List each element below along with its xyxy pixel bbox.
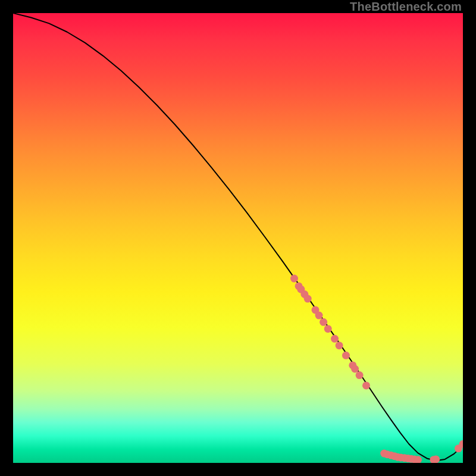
chart-stage: TheBottleneck.com bbox=[0, 0, 476, 476]
data-point bbox=[320, 318, 327, 326]
data-point bbox=[324, 325, 332, 333]
watermark-text: TheBottleneck.com bbox=[350, 0, 462, 14]
plot-area bbox=[13, 13, 463, 463]
data-point bbox=[356, 371, 364, 379]
data-points-group bbox=[290, 275, 463, 463]
data-point bbox=[362, 381, 370, 389]
data-point bbox=[432, 455, 440, 463]
data-point bbox=[336, 342, 343, 349]
data-point bbox=[290, 275, 298, 283]
chart-svg bbox=[13, 13, 463, 463]
data-point bbox=[342, 352, 350, 359]
bottleneck-curve bbox=[13, 13, 463, 461]
data-point bbox=[315, 312, 323, 320]
data-point bbox=[304, 295, 312, 303]
data-point bbox=[351, 365, 359, 373]
data-point bbox=[331, 335, 339, 343]
